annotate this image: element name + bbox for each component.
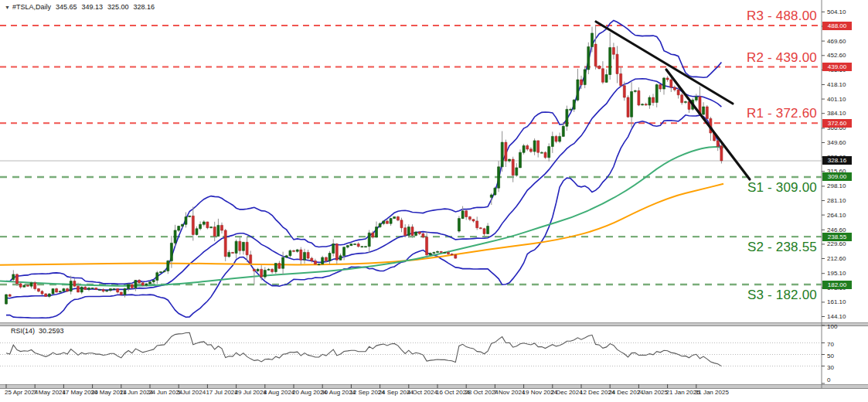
chart-window: ▼#TSLA,Daily345.65349.13325.00328.16 RSI… — [0, 0, 868, 402]
level-label-s3: S3 - 182.00 — [747, 288, 817, 303]
price-tick-label: 469.60 — [827, 38, 846, 45]
date-label: 31 Jan 2025 — [695, 389, 729, 396]
date-label: 4 Oct 2024 — [407, 389, 437, 396]
price-tick-label: 281.10 — [827, 197, 846, 204]
price-badge-488.00: 488.00 — [822, 22, 852, 30]
date-label: 2 Dec 2024 — [551, 389, 583, 396]
price-badge-309.00: 309.00 — [822, 172, 852, 181]
price-tick-label: 504.10 — [827, 9, 846, 15]
price-tick-label: 452.60 — [827, 52, 846, 59]
price-tick-label: 298.10 — [827, 182, 846, 189]
bollinger-middle-line — [6, 79, 721, 298]
ma-fast-line — [0, 147, 723, 286]
price-badge-238.55: 238.55 — [822, 233, 852, 241]
level-label-r2: R2 - 439.00 — [747, 50, 817, 66]
symbol-title: #TSLA,Daily — [12, 3, 51, 11]
date-label: 7 Jan 2025 — [637, 389, 668, 396]
rsi-line — [6, 332, 721, 366]
date-label: 5 Jul 2024 — [177, 389, 206, 396]
symbol-marker-icon[interactable]: ▼ — [5, 5, 10, 10]
ohlc-close: 328.16 — [134, 3, 155, 11]
price-tick-label: 264.10 — [827, 212, 846, 219]
date-label: 17 Jul 2024 — [206, 389, 237, 396]
chart-header: ▼#TSLA,Daily345.65349.13325.00328.16 — [5, 3, 155, 11]
price-tick-label: 229.60 — [827, 240, 846, 247]
bollinger-lower-line — [6, 115, 721, 319]
rsi-value: 30.2593 — [39, 327, 64, 335]
down-candles — [9, 44, 723, 296]
price-tick-label: 401.10 — [827, 96, 846, 103]
rsi-axis-label: 70 — [827, 341, 834, 348]
date-label: 8 Aug 2024 — [264, 389, 294, 396]
rsi-name: RSI(14) — [11, 327, 35, 335]
rsi-axis-label: 0 — [827, 376, 830, 383]
price-tick-label: 161.10 — [827, 298, 846, 305]
level-label-r3: R3 - 488.00 — [747, 9, 817, 24]
date-label: 29 Jul 2024 — [235, 389, 267, 396]
bollinger-upper-line — [6, 21, 721, 284]
trendline-2[interactable] — [666, 70, 750, 179]
rsi-axis-label: 100 — [827, 323, 837, 330]
price-tick-label: 212.60 — [827, 255, 846, 262]
price-tick-label: 384.10 — [827, 110, 846, 117]
price-tick-label: 195.10 — [827, 270, 846, 277]
rsi-axis-label: 50 — [827, 353, 834, 359]
level-label-s2: S2 - 238.55 — [747, 240, 817, 255]
price-badge-372.60: 372.60 — [822, 119, 852, 128]
price-tick-label: 418.10 — [827, 81, 846, 88]
level-label-s1: S1 - 309.00 — [747, 180, 817, 196]
rsi-axis-label: 30 — [827, 364, 834, 371]
level-label-r1: R1 - 372.60 — [747, 106, 817, 121]
price-badge-328.16: 328.16 — [822, 156, 852, 165]
date-label: 7 May 2024 — [33, 389, 66, 396]
date-label: 7 Nov 2024 — [493, 389, 525, 396]
rsi-indicator-label: RSI(14)30.2593 — [11, 327, 64, 335]
price-chart[interactable] — [0, 0, 868, 402]
price-tick-label: 144.10 — [827, 313, 846, 320]
ohlc-high: 349.13 — [82, 3, 104, 11]
price-badge-439.00: 439.00 — [822, 63, 852, 71]
ohlc-open: 345.65 — [56, 3, 77, 11]
price-badge-182.00: 182.00 — [822, 281, 852, 289]
ohlc-low: 325.00 — [107, 3, 129, 11]
price-tick-label: 349.60 — [827, 139, 846, 146]
